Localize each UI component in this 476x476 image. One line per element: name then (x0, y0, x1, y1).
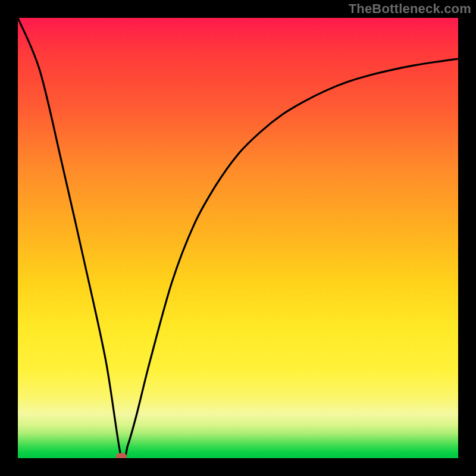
watermark-text: TheBottleneck.com (349, 1, 471, 17)
bottleneck-curve (18, 18, 458, 458)
plot-area (18, 18, 458, 458)
chart-frame: TheBottleneck.com (0, 0, 476, 476)
minimum-marker (116, 453, 127, 459)
